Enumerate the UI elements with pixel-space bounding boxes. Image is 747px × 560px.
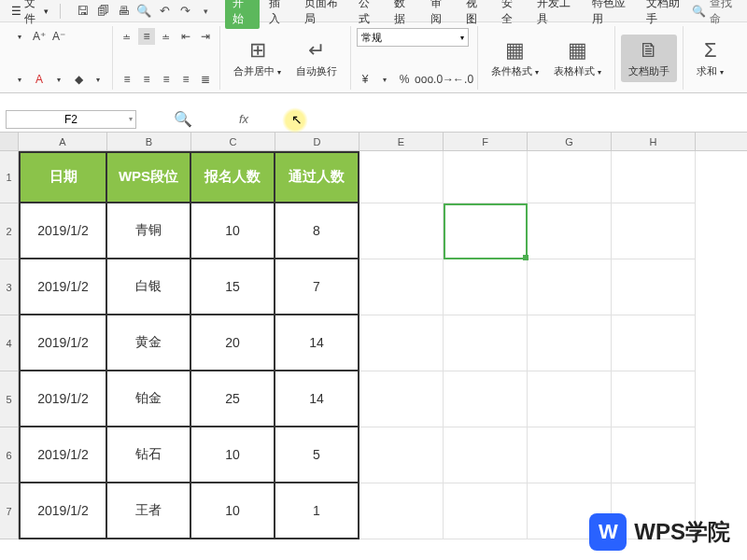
- cell-rank[interactable]: 黄金: [107, 315, 191, 371]
- search-icon[interactable]: 🔍: [174, 110, 192, 128]
- header-rank[interactable]: WPS段位: [107, 151, 191, 203]
- align-right-button[interactable]: ≡: [158, 71, 175, 88]
- row-header-6[interactable]: 6: [0, 427, 19, 483]
- cell[interactable]: [528, 259, 612, 315]
- row-header-5[interactable]: 5: [0, 371, 19, 427]
- align-top-button[interactable]: ⫨: [119, 28, 135, 45]
- increase-decimal-button[interactable]: .0→: [435, 71, 452, 88]
- col-header-f[interactable]: F: [444, 133, 528, 150]
- cell-date[interactable]: 2019/1/2: [19, 315, 107, 371]
- file-menu[interactable]: ☰ 文件 ▾: [4, 0, 56, 27]
- cell-rank[interactable]: 青铜: [107, 203, 191, 259]
- qa-dropdown[interactable]: ▾: [195, 2, 216, 21]
- cell[interactable]: [612, 259, 696, 315]
- header-pass[interactable]: 通过人数: [275, 151, 359, 203]
- currency-button[interactable]: ¥: [357, 71, 374, 88]
- col-header-g[interactable]: G: [528, 133, 612, 150]
- select-all-corner[interactable]: [0, 133, 19, 150]
- dropdown-icon[interactable]: ▾: [11, 71, 28, 88]
- cell-signup[interactable]: 25: [191, 371, 275, 427]
- header-signup[interactable]: 报名人数: [191, 151, 275, 203]
- cell-pass[interactable]: 1: [275, 483, 359, 539]
- cell-date[interactable]: 2019/1/2: [19, 427, 107, 483]
- cell[interactable]: [612, 371, 696, 427]
- row-header-1[interactable]: 1: [0, 151, 19, 203]
- align-center-button[interactable]: ≡: [138, 71, 155, 88]
- cell-rank[interactable]: 钻石: [107, 427, 191, 483]
- cell[interactable]: [359, 427, 444, 483]
- doc-helper-button[interactable]: 🗎 文档助手: [621, 35, 677, 82]
- align-middle-button[interactable]: ≡: [138, 28, 155, 45]
- tab-developer[interactable]: 开发工具: [529, 0, 582, 29]
- search-area[interactable]: 🔍 查找命: [692, 0, 743, 27]
- tab-special[interactable]: 特色应用: [585, 0, 637, 29]
- dropdown-icon[interactable]: ▾: [50, 71, 67, 88]
- save-button[interactable]: 🖫: [72, 2, 92, 21]
- cell-rank[interactable]: 铂金: [107, 371, 191, 427]
- cell-date[interactable]: 2019/1/2: [19, 371, 107, 427]
- dropdown-icon[interactable]: ▾: [90, 71, 106, 88]
- table-style-button[interactable]: ▦ 表格样式 ▾: [546, 38, 609, 78]
- cell[interactable]: [359, 259, 444, 315]
- cell-rank[interactable]: 白银: [107, 259, 191, 315]
- cell[interactable]: [444, 427, 528, 483]
- cell-pass[interactable]: 14: [275, 315, 359, 371]
- cell[interactable]: [528, 371, 612, 427]
- cell-pass[interactable]: 8: [275, 203, 359, 259]
- tab-page-layout[interactable]: 页面布局: [297, 0, 349, 29]
- cell-rank[interactable]: 王者: [107, 483, 191, 539]
- cell[interactable]: [612, 151, 696, 203]
- col-header-b[interactable]: B: [107, 133, 191, 150]
- cell-signup[interactable]: 20: [191, 315, 275, 371]
- cell[interactable]: [444, 315, 528, 371]
- cell-pass[interactable]: 14: [275, 371, 359, 427]
- cell[interactable]: [528, 203, 612, 259]
- row-header-2[interactable]: 2: [0, 203, 19, 259]
- cell[interactable]: [359, 483, 444, 539]
- formula-input[interactable]: [263, 110, 741, 129]
- cell-signup[interactable]: 10: [191, 483, 275, 539]
- cell-f2[interactable]: [444, 203, 528, 259]
- distribute-button[interactable]: ≣: [197, 71, 214, 88]
- decrease-font-button[interactable]: A⁻: [50, 28, 67, 45]
- sum-button[interactable]: Σ 求和 ▾: [689, 38, 731, 78]
- save-as-button[interactable]: 🗐: [92, 2, 113, 21]
- conditional-format-button[interactable]: ▦ 条件格式 ▾: [484, 38, 546, 78]
- print-preview-button[interactable]: 🔍: [134, 2, 154, 21]
- tab-review[interactable]: 审阅: [423, 0, 457, 29]
- justify-button[interactable]: ≡: [177, 71, 194, 88]
- cell-signup[interactable]: 10: [191, 427, 275, 483]
- col-header-c[interactable]: C: [191, 133, 275, 150]
- number-format-select[interactable]: 常规 ▾: [357, 28, 469, 47]
- row-header-7[interactable]: 7: [0, 483, 19, 539]
- percent-button[interactable]: %: [396, 71, 413, 88]
- cell-signup[interactable]: 15: [191, 259, 275, 315]
- tab-security[interactable]: 安全: [494, 0, 528, 29]
- tab-view[interactable]: 视图: [458, 0, 492, 29]
- wrap-text-button[interactable]: ↵ 自动换行: [289, 38, 345, 78]
- cell[interactable]: [444, 259, 528, 315]
- font-color-button[interactable]: A: [31, 71, 48, 88]
- row-header-3[interactable]: 3: [0, 259, 19, 315]
- undo-button[interactable]: ↶: [154, 2, 175, 21]
- cell[interactable]: [528, 151, 612, 203]
- cell[interactable]: [359, 315, 444, 371]
- increase-indent-button[interactable]: ⇥: [197, 28, 214, 45]
- cell-pass[interactable]: 7: [275, 259, 359, 315]
- header-date[interactable]: 日期: [19, 151, 107, 203]
- comma-button[interactable]: ooo: [416, 71, 432, 88]
- col-header-h[interactable]: H: [612, 133, 696, 150]
- decrease-indent-button[interactable]: ⇤: [177, 28, 194, 45]
- cell[interactable]: [359, 371, 444, 427]
- col-header-e[interactable]: E: [359, 133, 444, 150]
- merge-center-button[interactable]: ⊞ 合并居中 ▾: [226, 38, 289, 78]
- col-header-a[interactable]: A: [19, 133, 107, 150]
- increase-font-button[interactable]: A⁺: [31, 28, 48, 45]
- cell-date[interactable]: 2019/1/2: [19, 203, 107, 259]
- cell[interactable]: [528, 315, 612, 371]
- tab-doc-helper[interactable]: 文档助手: [639, 0, 691, 29]
- chevron-down-icon[interactable]: ▾: [376, 71, 393, 88]
- align-bottom-button[interactable]: ⫨: [158, 28, 175, 45]
- redo-button[interactable]: ↷: [175, 2, 195, 21]
- tab-data[interactable]: 数据: [387, 0, 420, 29]
